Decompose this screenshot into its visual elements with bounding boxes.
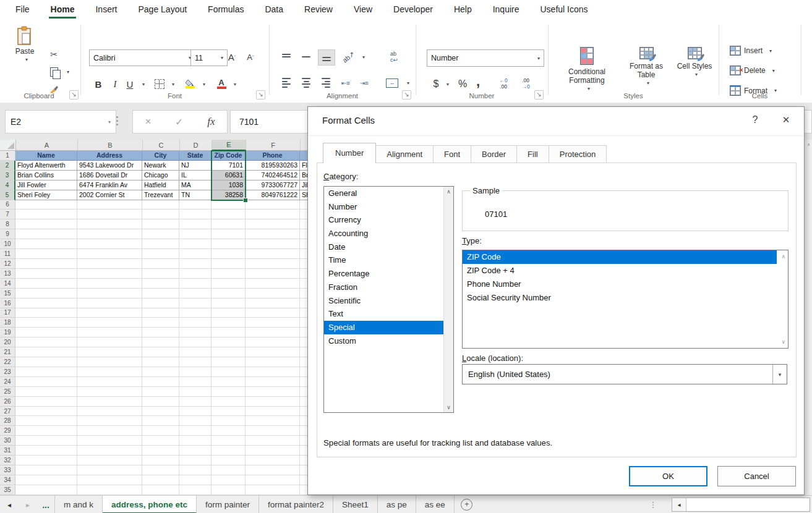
cell-C13[interactable] [142, 269, 179, 279]
category-item-special[interactable]: Special [324, 321, 443, 334]
cell-B17[interactable] [77, 308, 142, 318]
cell-B18[interactable] [77, 318, 142, 328]
cell-E2[interactable]: 7101 [212, 161, 246, 171]
cell-F11[interactable] [246, 249, 300, 259]
row-header-7[interactable]: 7 [0, 210, 15, 219]
cell-F22[interactable] [246, 357, 300, 367]
cell-B34[interactable] [77, 475, 142, 485]
cell-B10[interactable] [77, 239, 142, 249]
cell-G13[interactable] [300, 269, 307, 279]
cell-G9[interactable] [300, 229, 307, 239]
vertical-scrollbar[interactable]: ∧ [804, 140, 812, 495]
grow-font-button[interactable]: Aˆ [224, 49, 240, 65]
cell-D30[interactable] [179, 436, 212, 446]
cell-D7[interactable] [179, 210, 212, 219]
category-item-time[interactable]: Time [324, 253, 443, 267]
cell-D14[interactable] [179, 279, 212, 289]
cell-E20[interactable] [212, 337, 246, 347]
cell-B6[interactable] [77, 200, 142, 210]
cell-G30[interactable] [300, 436, 307, 446]
cell-C14[interactable] [142, 279, 179, 289]
middle-align-button[interactable] [298, 49, 314, 64]
dialog-tab-protection[interactable]: Protection [549, 145, 607, 163]
ribbon-tab-home[interactable]: Home [40, 0, 85, 19]
row-header-24[interactable]: 24 [0, 377, 15, 387]
cell-C27[interactable] [142, 407, 179, 417]
cell-B33[interactable] [77, 465, 142, 475]
ribbon-tab-insert[interactable]: Insert [85, 0, 127, 19]
cell-B4[interactable]: 6474 Franklin Av [77, 180, 142, 190]
cell-G5[interactable]: Sh [300, 190, 307, 200]
increase-indent-button[interactable]: ⇥≡ [356, 75, 372, 90]
cell-C31[interactable] [142, 446, 179, 456]
cell-D17[interactable] [179, 308, 212, 318]
copy-button[interactable] [47, 66, 61, 78]
format-as-table-button[interactable]: Format as Table ▾ [621, 47, 672, 88]
dialog-close-button[interactable]: ✕ [778, 114, 794, 125]
row-header-1[interactable]: 1 [0, 151, 15, 161]
cell-D22[interactable] [179, 357, 212, 367]
cell-E22[interactable] [212, 357, 246, 367]
row-header-15[interactable]: 15 [0, 289, 15, 299]
cell-A15[interactable] [15, 289, 77, 299]
orientation-button[interactable]: ab↗ [340, 49, 357, 64]
cell-C21[interactable] [142, 347, 179, 357]
cell-C19[interactable] [142, 328, 179, 337]
cell-F20[interactable] [246, 337, 300, 347]
category-item-percentage[interactable]: Percentage [324, 267, 443, 281]
cell-A1[interactable]: Name [15, 151, 77, 161]
cell-D29[interactable] [179, 426, 212, 436]
cell-D1[interactable]: State [179, 151, 212, 161]
ribbon-tab-inquire[interactable]: Inquire [482, 0, 530, 19]
cell-C12[interactable] [142, 259, 179, 269]
cell-D18[interactable] [179, 318, 212, 328]
cell-A34[interactable] [15, 475, 77, 485]
cell-E28[interactable] [212, 416, 246, 426]
category-item-text[interactable]: Text [324, 307, 443, 321]
underline-button[interactable]: U [124, 77, 136, 91]
cell-B14[interactable] [77, 279, 142, 289]
cell-F29[interactable] [246, 426, 300, 436]
row-header-12[interactable]: 12 [0, 259, 15, 269]
cell-B1[interactable]: Address [77, 151, 142, 161]
sheet-tab-as-ee[interactable]: as ee [416, 496, 455, 513]
cell-G24[interactable] [300, 377, 307, 387]
ribbon-tab-page-layout[interactable]: Page Layout [127, 0, 197, 19]
cell-G10[interactable] [300, 239, 307, 249]
cell-G34[interactable] [300, 475, 307, 485]
cell-A26[interactable] [15, 397, 77, 407]
cell-C11[interactable] [142, 249, 179, 259]
cell-G1[interactable]: N [300, 151, 307, 161]
cell-C9[interactable] [142, 229, 179, 239]
cell-F12[interactable] [246, 259, 300, 269]
ribbon-tab-view[interactable]: View [343, 0, 383, 19]
number-dialog-launcher[interactable]: ↘ [534, 90, 544, 100]
row-header-31[interactable]: 31 [0, 446, 15, 456]
cell-A25[interactable] [15, 387, 77, 397]
dialog-tab-font[interactable]: Font [433, 145, 471, 163]
cell-C22[interactable] [142, 357, 179, 367]
cell-A8[interactable] [15, 219, 77, 229]
cell-D12[interactable] [179, 259, 212, 269]
cell-B25[interactable] [77, 387, 142, 397]
select-all-corner[interactable] [0, 140, 16, 151]
cell-D3[interactable]: IL [179, 171, 212, 180]
accounting-chevron-icon[interactable]: ▾ [447, 82, 449, 87]
sheet-tab-format-painter2[interactable]: format painter2 [259, 496, 333, 513]
cell-A10[interactable] [15, 239, 77, 249]
horizontal-scrollbar[interactable]: ◂ [672, 498, 810, 512]
cell-D31[interactable] [179, 446, 212, 456]
category-item-custom[interactable]: Custom [324, 334, 443, 348]
cell-C30[interactable] [142, 436, 179, 446]
cell-A18[interactable] [15, 318, 77, 328]
bold-button[interactable]: B [92, 77, 105, 91]
new-sheet-button[interactable]: + [455, 496, 479, 513]
cell-A12[interactable] [15, 259, 77, 269]
cell-C6[interactable] [142, 200, 179, 210]
column-header-b[interactable]: B [78, 140, 143, 151]
cell-F9[interactable] [246, 229, 300, 239]
cell-E32[interactable] [212, 456, 246, 465]
cell-A20[interactable] [15, 337, 77, 347]
cell-E35[interactable] [212, 485, 246, 495]
cell-F10[interactable] [246, 239, 300, 249]
